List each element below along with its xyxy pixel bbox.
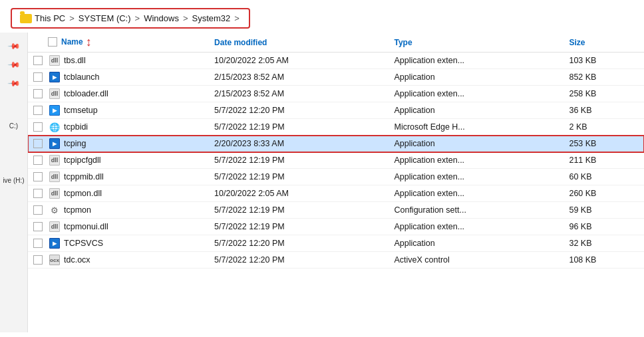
file-size: 253 KB [564, 136, 644, 152]
file-list-container: Name ↕ Date modified Type Size dll tbs.d… [28, 33, 644, 332]
file-name: tcpipcfgdll [64, 156, 101, 165]
row-checkbox[interactable] [33, 255, 43, 265]
table-row[interactable]: dll tcpipcfgdll 5/7/2022 12:19 PMApplica… [28, 152, 644, 169]
file-date: 2/20/2023 8:33 AM [209, 136, 389, 152]
file-size: 96 KB [564, 219, 644, 235]
file-size: 108 KB [564, 252, 644, 269]
file-type: Application exten... [389, 53, 564, 69]
breadcrumb-system[interactable]: SYSTEM (C:) [79, 13, 131, 23]
folder-icon [20, 14, 32, 23]
drive-c[interactable]: C:) [9, 122, 18, 131]
table-row[interactable]: dll tbs.dll 10/20/2022 2:05 AMApplicatio… [28, 53, 644, 69]
table-row[interactable]: ▶ TCPSVCS 5/7/2022 12:20 PMApplication32… [28, 235, 644, 252]
file-name: tcppmib.dll [64, 172, 104, 181]
file-size: 59 KB [564, 202, 644, 219]
sidebar-pin-3[interactable]: 📌 [4, 74, 23, 92]
table-row[interactable]: ▶ tcping 2/20/2023 8:33 AMApplication253… [28, 136, 644, 152]
file-date: 2/15/2023 8:52 AM [209, 86, 389, 102]
breadcrumb-sep-1: > [69, 13, 75, 23]
file-type: Application [389, 102, 564, 119]
file-size: 2 KB [564, 119, 644, 136]
breadcrumb[interactable]: This PC > SYSTEM (C:) > Windows > System… [11, 8, 250, 29]
col-type[interactable]: Type [389, 33, 564, 53]
file-size: 260 KB [564, 185, 644, 202]
table-row[interactable]: dll tcppmib.dll 5/7/2022 12:19 PMApplica… [28, 169, 644, 185]
file-size: 32 KB [564, 235, 644, 252]
row-checkbox[interactable] [33, 189, 43, 198]
file-name: tbs.dll [64, 56, 86, 65]
dll-icon: dll [49, 221, 60, 232]
dll-icon: dll [49, 171, 60, 182]
file-date: 5/7/2022 12:19 PM [209, 219, 389, 235]
breadcrumb-sep-4: > [234, 13, 240, 23]
file-date: 10/20/2022 2:05 AM [209, 53, 389, 69]
table-row[interactable]: 🌐 tcpbidi 5/7/2022 12:19 PMMicrosoft Edg… [28, 119, 644, 136]
col-size[interactable]: Size [564, 33, 644, 53]
app-icon: ▶ [49, 105, 60, 116]
file-date: 5/7/2022 12:19 PM [209, 169, 389, 185]
drive-h[interactable]: ive (H:) [3, 176, 24, 185]
file-type: ActiveX control [389, 252, 564, 269]
table-row[interactable]: dll tcbloader.dll 2/15/2023 8:52 AMAppli… [28, 86, 644, 102]
sidebar-pin-2[interactable]: 📌 [4, 55, 23, 74]
table-row[interactable]: ▶ tcmsetup 5/7/2022 12:20 PMApplication3… [28, 102, 644, 119]
file-size: 103 KB [564, 53, 644, 69]
file-type: Application exten... [389, 169, 564, 185]
row-checkbox[interactable] [33, 139, 43, 148]
row-checkbox[interactable] [33, 72, 43, 82]
breadcrumb-system32[interactable]: System32 [192, 13, 231, 23]
col-name[interactable]: Name ↕ [28, 33, 209, 53]
row-checkbox[interactable] [33, 56, 43, 65]
ocx-icon: ocx [49, 255, 60, 265]
row-checkbox[interactable] [33, 89, 43, 98]
file-type: Microsoft Edge H... [389, 119, 564, 136]
dll-icon: dll [49, 88, 60, 99]
app-blue-icon: ▶ [49, 238, 60, 249]
breadcrumb-thispc[interactable]: This PC [35, 13, 65, 23]
file-size: 36 KB [564, 102, 644, 119]
file-name: tdc.ocx [64, 255, 90, 265]
file-size: 852 KB [564, 69, 644, 86]
file-type: Application exten... [389, 152, 564, 169]
row-checkbox[interactable] [33, 122, 43, 132]
file-name: tcpbidi [64, 122, 88, 132]
table-row[interactable]: ▶ tcblaunch 2/15/2023 8:52 AMApplication… [28, 69, 644, 86]
row-checkbox[interactable] [33, 205, 43, 215]
table-row[interactable]: dll tcpmon.dll 10/20/2022 2:05 AMApplica… [28, 185, 644, 202]
sidebar-pin-1[interactable]: 📌 [4, 37, 23, 55]
file-type: Configuration sett... [389, 202, 564, 219]
file-date: 5/7/2022 12:19 PM [209, 119, 389, 136]
sidebar: 📌 📌 📌 C:) ive (H:) [0, 33, 28, 332]
table-row[interactable]: dll tcpmonui.dll 5/7/2022 12:19 PMApplic… [28, 219, 644, 235]
file-name: tcblaunch [64, 72, 100, 82]
file-type: Application [389, 235, 564, 252]
file-date: 5/7/2022 12:20 PM [209, 102, 389, 119]
file-date: 10/20/2022 2:05 AM [209, 185, 389, 202]
globe-icon: 🌐 [49, 122, 60, 132]
file-size: 60 KB [564, 169, 644, 185]
file-table: Name ↕ Date modified Type Size dll tbs.d… [28, 33, 644, 269]
table-row[interactable]: ocx tdc.ocx 5/7/2022 12:20 PMActiveX con… [28, 252, 644, 269]
file-date: 5/7/2022 12:19 PM [209, 152, 389, 169]
table-row[interactable]: ⚙ tcpmon 5/7/2022 12:19 PMConfiguration … [28, 202, 644, 219]
file-size: 211 KB [564, 152, 644, 169]
row-checkbox[interactable] [33, 172, 43, 181]
col-date[interactable]: Date modified [209, 33, 389, 53]
app-blue-icon: ▶ [49, 72, 60, 82]
row-checkbox[interactable] [33, 222, 43, 231]
file-name: tcpmon.dll [64, 189, 102, 198]
row-checkbox[interactable] [33, 106, 43, 115]
breadcrumb-windows[interactable]: Windows [144, 13, 179, 23]
file-type: Application exten... [389, 86, 564, 102]
file-date: 2/15/2023 8:52 AM [209, 69, 389, 86]
dll-icon: dll [49, 188, 60, 199]
row-checkbox[interactable] [33, 156, 43, 165]
file-type: Application exten... [389, 219, 564, 235]
breadcrumb-sep-3: > [183, 13, 188, 23]
file-date: 5/7/2022 12:19 PM [209, 202, 389, 219]
file-name: tcpmonui.dll [64, 222, 108, 231]
file-type: Application exten... [389, 185, 564, 202]
row-checkbox[interactable] [33, 239, 43, 248]
file-date: 5/7/2022 12:20 PM [209, 252, 389, 269]
file-type: Application [389, 136, 564, 152]
